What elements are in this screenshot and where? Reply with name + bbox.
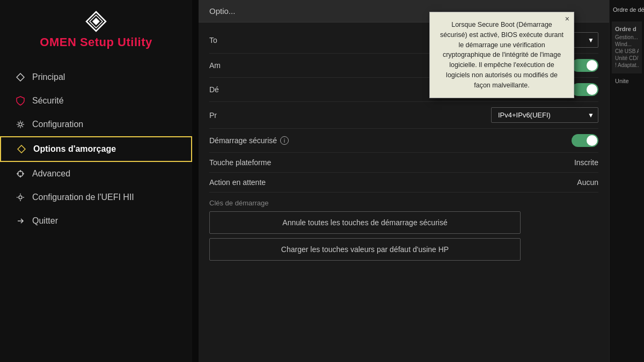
sidebar-item-options-amorcage[interactable]: Options d'amorçage bbox=[0, 136, 192, 162]
svg-point-11 bbox=[19, 196, 22, 199]
sidebar-item-uefi[interactable]: Configuration de l'UEFI HII bbox=[0, 186, 192, 209]
annule-touches-button[interactable]: Annule toutes les touches de démarrage s… bbox=[209, 211, 521, 234]
shield-icon bbox=[15, 95, 26, 106]
right-panel: Ordre de déma Ordre d Gestion... Wind...… bbox=[609, 0, 644, 362]
sidebar-item-principal[interactable]: Principal bbox=[0, 65, 192, 89]
right-panel-item-3: Unité CD/... bbox=[615, 55, 639, 61]
option-control-2 bbox=[572, 59, 598, 72]
right-panel-footer: Unite bbox=[612, 76, 642, 86]
right-panel-content: Ordre d Gestion... Wind... Clé USB A... … bbox=[610, 19, 644, 88]
option-control-3 bbox=[572, 83, 598, 96]
status-action-attente: Aucun bbox=[577, 178, 598, 187]
option-label-touche-plateforme: Touche plateforme bbox=[209, 158, 271, 167]
crosshair-icon bbox=[15, 168, 26, 179]
right-panel-item-4: ! Adaptat... bbox=[615, 62, 639, 68]
toggle-3[interactable] bbox=[572, 83, 598, 96]
option-control-4: IPv4+IPv6(UEFI) ▼ bbox=[491, 107, 598, 123]
option-label-4: Pr bbox=[209, 111, 217, 120]
toggle-demarrage-securise[interactable] bbox=[572, 134, 598, 147]
dropdown-wrapper-4: IPv4+IPv6(UEFI) ▼ bbox=[491, 107, 598, 123]
tooltip-close-button[interactable]: × bbox=[565, 14, 569, 23]
option-row-action-attente: Action en attente Aucun bbox=[209, 173, 598, 193]
sidebar-nav: Principal Sécurité Configuration Options… bbox=[0, 65, 192, 362]
gear-icon bbox=[15, 119, 26, 130]
svg-point-4 bbox=[19, 123, 22, 126]
sidebar: OMEN Setup Utility Principal Sécurité Co… bbox=[0, 0, 192, 362]
option-control-demarrage-securise bbox=[572, 134, 598, 147]
tooltip-popup: × Lorsque Secure Boot (Démarrage sécuris… bbox=[429, 12, 574, 98]
tooltip-text: Lorsque Secure Boot (Démarrage sécurisé)… bbox=[437, 20, 566, 90]
option-row-touche-plateforme: Touche plateforme Inscrite bbox=[209, 153, 598, 173]
sidebar-header: OMEN Setup Utility bbox=[0, 0, 192, 57]
right-panel-section: Ordre d Gestion... Wind... Clé USB A... … bbox=[612, 21, 642, 73]
option-row-4: Pr IPv4+IPv6(UEFI) ▼ bbox=[209, 102, 598, 129]
status-touche-plateforme: Inscrite bbox=[574, 158, 598, 167]
info-icon-demarrage[interactable]: i bbox=[280, 136, 289, 145]
dropdown-protocol[interactable]: IPv4+IPv6(UEFI) bbox=[491, 107, 598, 123]
sidebar-item-advanced[interactable]: Advanced bbox=[0, 162, 192, 186]
option-label-1: To bbox=[209, 36, 217, 45]
right-panel-section-title: Ordre d bbox=[615, 26, 639, 32]
sidebar-item-configuration[interactable]: Configuration bbox=[0, 113, 192, 136]
content-header-label: Optio... bbox=[209, 6, 235, 16]
main-content: Optio... To 0 ▼ Am Dé bbox=[199, 0, 609, 362]
arrow-icon bbox=[15, 216, 26, 226]
svg-marker-2 bbox=[92, 18, 100, 25]
sidebar-item-quitter[interactable]: Quitter bbox=[0, 209, 192, 233]
charger-touches-button[interactable]: Charger les touches valeurs par défaut d… bbox=[209, 238, 521, 261]
omen-logo-icon bbox=[85, 11, 107, 32]
option-label-3: Dé bbox=[209, 85, 219, 94]
gear2-icon bbox=[15, 192, 26, 203]
sidebar-brand-title: OMEN Setup Utility bbox=[40, 35, 152, 49]
toggle-2[interactable] bbox=[572, 59, 598, 72]
diamond-outline-icon bbox=[16, 144, 27, 154]
right-panel-header: Ordre de déma bbox=[610, 0, 644, 19]
right-panel-item-2: Clé USB A... bbox=[615, 48, 639, 54]
section-title-cles: Clés de démarrage bbox=[209, 199, 598, 207]
svg-marker-3 bbox=[17, 73, 24, 81]
right-panel-item-1: Wind... bbox=[615, 41, 639, 47]
option-label-2: Am bbox=[209, 61, 221, 70]
svg-marker-5 bbox=[18, 145, 25, 153]
sidebar-item-securite[interactable]: Sécurité bbox=[0, 89, 192, 113]
option-row-demarrage-securise: Démarrage sécurisé i bbox=[209, 129, 598, 153]
option-label-action-attente: Action en attente bbox=[209, 178, 266, 187]
right-panel-item-0: Gestion... bbox=[615, 34, 639, 40]
diamond-icon bbox=[15, 72, 26, 83]
option-label-demarrage-securise: Démarrage sécurisé i bbox=[209, 136, 289, 145]
